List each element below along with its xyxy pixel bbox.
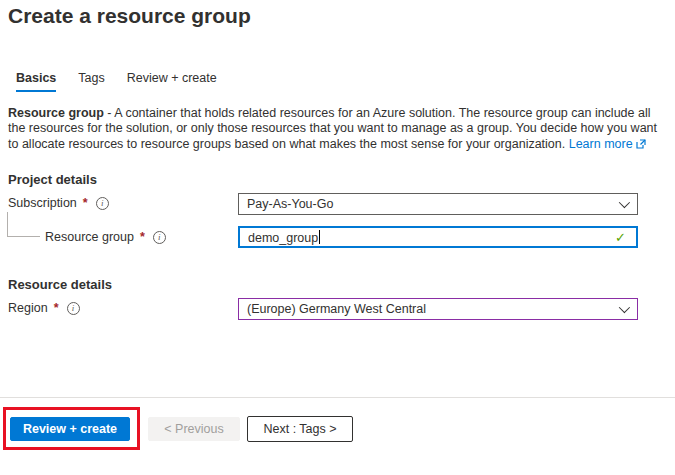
tab-review-create[interactable]: Review + create [127,71,217,92]
learn-more-link[interactable]: Learn more [569,137,633,151]
subscription-value: Pay-As-You-Go [247,197,619,211]
tab-basics[interactable]: Basics [16,71,56,92]
info-icon[interactable]: i [96,197,109,210]
required-asterisk: * [54,301,59,315]
region-value: (Europe) Germany West Central [247,302,619,316]
text-cursor [319,230,320,244]
description-body: - A container that holds related resourc… [8,106,657,151]
tab-bar: Basics Tags Review + create [16,71,217,92]
info-icon[interactable]: i [153,231,166,244]
subscription-label: Subscription*i [8,196,109,210]
project-details-heading: Project details [8,172,97,187]
chevron-down-icon [619,302,630,313]
tab-tags[interactable]: Tags [78,71,104,92]
previous-button[interactable]: < Previous [148,417,240,441]
external-link-icon[interactable] [636,138,646,153]
page-title: Create a resource group [8,4,251,28]
resource-details-heading: Resource details [8,277,112,292]
resource-group-description: Resource group - A container that holds … [8,106,663,153]
valid-check-icon: ✓ [615,230,626,245]
description-lead: Resource group [8,106,104,120]
review-create-button[interactable]: Review + create [10,417,130,441]
required-asterisk: * [140,230,145,244]
region-dropdown[interactable]: (Europe) Germany West Central [238,298,638,320]
resource-group-input[interactable]: demo_group ✓ [238,226,638,248]
create-resource-group-page: Create a resource group Basics Tags Revi… [0,0,675,475]
info-icon[interactable]: i [67,302,80,315]
subscription-dropdown[interactable]: Pay-As-You-Go [238,193,638,215]
region-label: Region*i [8,301,80,315]
required-asterisk: * [83,196,88,210]
resource-group-label: Resource group*i [45,230,166,244]
chevron-down-icon [619,197,630,208]
footer-divider [0,397,675,398]
resource-group-value: demo_group [248,230,615,245]
hierarchy-connector-line [7,212,40,237]
next-tags-button[interactable]: Next : Tags > [247,416,353,442]
